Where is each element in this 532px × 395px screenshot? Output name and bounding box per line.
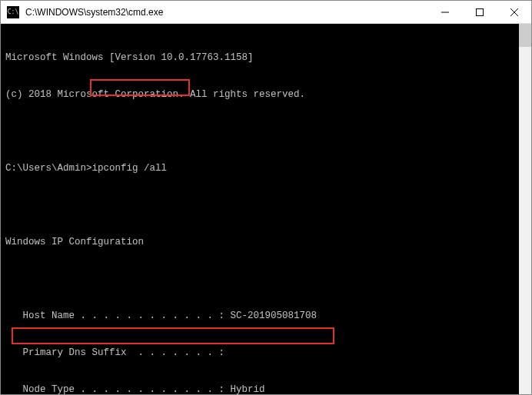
banner-line: Microsoft Windows [Version 10.0.17763.11… (5, 51, 527, 64)
prompt: C:\Users\Admin> (5, 162, 92, 174)
minimize-icon (441, 8, 449, 16)
minimize-button[interactable] (427, 1, 462, 23)
maximize-button[interactable] (462, 1, 497, 23)
primary-dns-row: Primary Dns Suffix . . . . . . . : (5, 347, 527, 359)
host-name-row: Host Name . . . . . . . . . . . . : SC-2… (5, 310, 527, 322)
blank (5, 125, 527, 138)
section-heading: Windows IP Configuration (5, 236, 527, 248)
scrollbar-thumb[interactable] (519, 24, 531, 47)
scrollbar[interactable] (519, 24, 531, 394)
maximize-icon (476, 8, 484, 16)
command: ipconfig /all (92, 162, 168, 174)
title-bar[interactable]: C:\ C:\WINDOWS\system32\cmd.exe (1, 1, 531, 24)
copyright-line: (c) 2018 Microsoft Corporation. All righ… (5, 88, 527, 101)
close-icon (510, 8, 518, 16)
terminal-output[interactable]: Microsoft Windows [Version 10.0.17763.11… (1, 24, 531, 394)
cmd-icon: C:\ (7, 6, 19, 18)
highlight-gateway (12, 327, 334, 344)
node-type-row: Node Type . . . . . . . . . . . . : Hybr… (5, 383, 527, 394)
window-controls (427, 1, 531, 23)
window-title: C:\WINDOWS\system32\cmd.exe (25, 7, 427, 18)
blank (5, 273, 527, 285)
close-button[interactable] (497, 1, 531, 23)
blank (5, 199, 527, 211)
svg-rect-1 (476, 8, 483, 15)
prompt-line: C:\Users\Admin>ipconfig /all (5, 162, 527, 174)
